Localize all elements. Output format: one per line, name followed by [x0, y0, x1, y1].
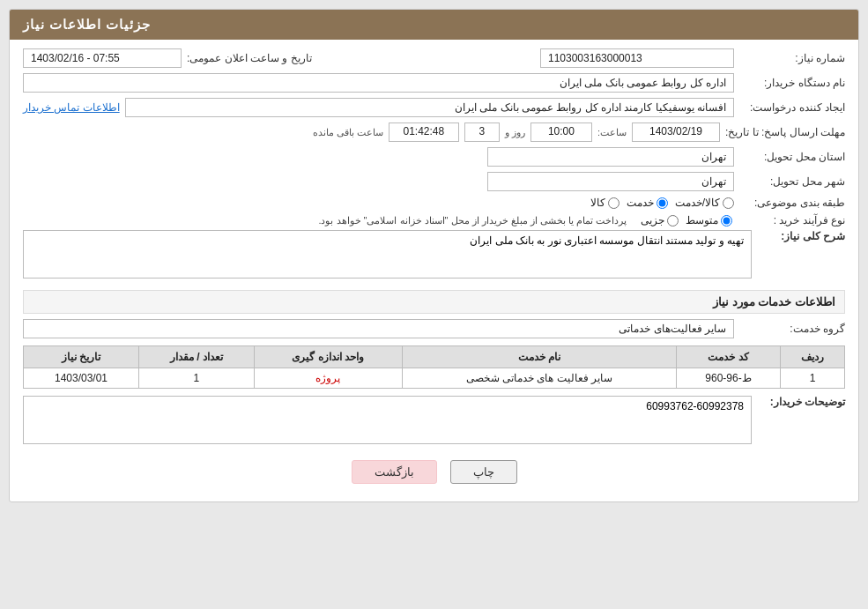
services-section-title: اطلاعات خدمات مورد نیاز — [23, 290, 845, 314]
mohlat-row: مهلت ارسال پاسخ: تا تاریخ: 1403/02/19 سا… — [23, 123, 845, 142]
cell-radif: 1 — [780, 368, 844, 389]
page-title: جزئیات اطلاعات نیاز — [23, 17, 151, 32]
col-name: نام خدمت — [402, 346, 677, 368]
mohlat-remaining-label: ساعت باقی مانده — [313, 127, 383, 138]
tabaqe-label: طبقه بندی موضوعی: — [739, 197, 845, 209]
mohlat-saat-label: ساعت: — [597, 127, 627, 138]
tabaqe-row: طبقه بندی موضوعی: کالا خدمت کالا/خدمت — [23, 197, 845, 209]
tawzih-section: توضیحات خریدار: — [23, 396, 845, 447]
mohlat-date: 1403/02/19 — [632, 123, 720, 142]
tabaqe-option-kala[interactable]: کالا — [590, 197, 619, 209]
tabaqe-label-khedmat: خدمت — [627, 197, 654, 209]
group-label: گروه خدمت: — [739, 323, 845, 335]
daststgah-value: اداره کل روابط عمومی بانک ملی ایران — [23, 73, 734, 93]
tawzih-textarea[interactable] — [23, 396, 752, 444]
cell-name: سایر فعالیت های خدماتی شخصی — [402, 368, 677, 389]
print-button[interactable]: چاپ — [450, 460, 517, 484]
sharh-section: شرح کلی نیاز: — [23, 230, 845, 283]
services-table: ردیف کد خدمت نام خدمت واحد اندازه گیری ت… — [23, 345, 845, 389]
sharh-label: شرح کلی نیاز: — [757, 230, 845, 242]
col-count: تعداد / مقدار — [138, 346, 254, 368]
tawzih-label: توضیحات خریدار: — [757, 396, 845, 408]
mohlat-roz: 3 — [464, 123, 500, 142]
daststgah-row: نام دستگاه خریدار: اداره کل روابط عمومی … — [23, 73, 845, 93]
shahr-value: تهران — [487, 172, 734, 191]
process-option-jozi[interactable]: جزیی — [641, 214, 679, 227]
shomara-label: شماره نیاز: — [739, 52, 845, 64]
col-kod: کد خدمت — [677, 346, 781, 368]
group-row: گروه خدمت: سایر فعالیت‌های خدماتی — [23, 319, 845, 338]
ostan-label: استان محل تحویل: — [739, 151, 845, 163]
tabaqe-option-khedmat[interactable]: خدمت — [627, 197, 668, 209]
process-option-moutaset[interactable]: متوسط — [686, 214, 732, 227]
ostan-row: استان محل تحویل: تهران — [23, 147, 845, 167]
tabaqe-option-kala-khedmat[interactable]: کالا/خدمت — [675, 197, 734, 209]
process-radio-jozi[interactable] — [667, 215, 679, 227]
tawzih-date-value: 1403/02/16 - 07:55 — [23, 48, 182, 68]
daststgah-label: نام دستگاه خریدار: — [739, 77, 845, 89]
process-row: نوع فرآیند خرید : جزیی متوسط پرداخت تمام… — [23, 214, 845, 227]
tabaqe-radio-khedmat[interactable] — [657, 197, 668, 209]
cell-count: 1 — [138, 368, 254, 389]
ostan-value: تهران — [487, 147, 734, 167]
col-unit: واحد اندازه گیری — [254, 346, 402, 368]
creator-row: ایجاد کننده درخواست: افسانه یوسفیکیا کار… — [23, 98, 845, 117]
process-radio-moutaset[interactable] — [721, 215, 732, 227]
creator-label: ایجاد کننده درخواست: — [739, 101, 845, 114]
tabaqe-label-kala-khedmat: کالا/خدمت — [675, 197, 720, 209]
back-button[interactable]: بازگشت — [352, 460, 437, 484]
mohlat-saat: 10:00 — [530, 123, 592, 142]
tabaqe-label-kala: کالا — [590, 197, 605, 209]
process-label-moutaset: متوسط — [686, 214, 718, 227]
tabaqe-radio-kala-khedmat[interactable] — [723, 197, 734, 209]
process-radio-group: جزیی متوسط — [641, 214, 732, 227]
process-label: نوع فرآیند خرید : — [739, 214, 845, 227]
process-label-jozi: جزیی — [641, 214, 664, 227]
shomara-value: 1103003163000013 — [540, 48, 734, 68]
button-row: چاپ بازگشت — [23, 460, 845, 484]
table-row: 1 ط-96-960 سایر فعالیت های خدماتی شخصی پ… — [24, 368, 845, 389]
tabaqe-radio-kala[interactable] — [608, 197, 619, 209]
shomara-row: شماره نیاز: 1103003163000013 تاریخ و ساع… — [23, 48, 845, 68]
table-header-row: ردیف کد خدمت نام خدمت واحد اندازه گیری ت… — [24, 346, 845, 368]
mohlat-roz-label: روز و — [505, 127, 525, 138]
mohlat-remaining: 01:42:48 — [389, 123, 459, 142]
cell-unit: پروژه — [254, 368, 402, 389]
page-header: جزئیات اطلاعات نیاز — [10, 10, 858, 40]
group-value: سایر فعالیت‌های خدماتی — [23, 319, 734, 338]
cell-date: 1403/03/01 — [24, 368, 139, 389]
mohlat-label: مهلت ارسال پاسخ: تا تاریخ: — [725, 126, 845, 138]
process-note: پرداخت تمام یا بخشی از مبلغ خریدار از مح… — [318, 215, 627, 227]
shahr-label: شهر محل تحویل: — [739, 175, 845, 188]
tawzih-date-label: تاریخ و ساعت اعلان عمومی: — [187, 52, 312, 64]
cell-kod: ط-96-960 — [677, 368, 781, 389]
tabaqe-radio-group: کالا خدمت کالا/خدمت — [590, 197, 734, 209]
creator-value: افسانه یوسفیکیا کارمند اداره کل روابط عم… — [125, 98, 734, 117]
sharh-textarea[interactable] — [23, 230, 752, 279]
col-radif: ردیف — [780, 346, 844, 368]
contact-link[interactable]: اطلاعات تماس خریدار — [23, 101, 120, 114]
shahr-row: شهر محل تحویل: تهران — [23, 172, 845, 191]
services-table-section: ردیف کد خدمت نام خدمت واحد اندازه گیری ت… — [23, 345, 845, 389]
col-date: تاریخ نیاز — [24, 346, 139, 368]
